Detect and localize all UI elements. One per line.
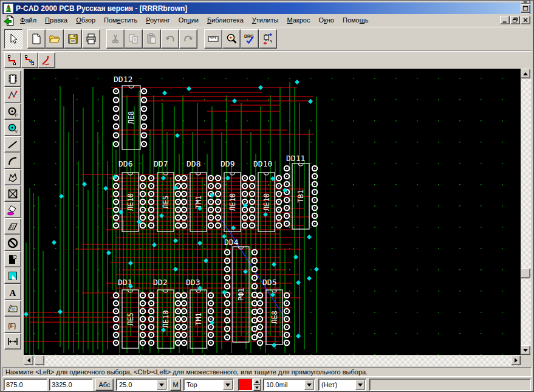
- place-component-button[interactable]: [4, 70, 21, 87]
- pad-hole: [210, 185, 211, 187]
- menu-помощь[interactable]: Помощь: [338, 15, 373, 25]
- menu-правка[interactable]: Правка: [41, 15, 72, 25]
- measure-ruler-button[interactable]: [204, 29, 222, 49]
- route-interactive-button[interactable]: [21, 52, 38, 68]
- pad-hole: [217, 225, 219, 226]
- place-connection-button[interactable]: [4, 87, 21, 103]
- pad-hole: [217, 177, 219, 179]
- place-copper-pour-button[interactable]: [4, 202, 21, 218]
- pad-hole: [254, 252, 255, 253]
- menu-поместить[interactable]: Поместить: [100, 15, 142, 25]
- place-polygon-button[interactable]: [4, 169, 21, 185]
- y-coordinate-input[interactable]: [49, 379, 93, 391]
- metric-toggle-button[interactable]: M: [170, 379, 181, 391]
- close-button[interactable]: [521, 16, 530, 24]
- minimize-button[interactable]: [500, 16, 510, 24]
- x-coordinate-input[interactable]: [4, 379, 47, 391]
- menu-роутинг[interactable]: Роутинг: [142, 15, 174, 25]
- pad-hole: [254, 328, 255, 329]
- ref-des-dd9[interactable]: DD9: [221, 159, 234, 168]
- route-miter-button[interactable]: [38, 52, 55, 68]
- ref-des-dd4[interactable]: DD4: [224, 238, 239, 247]
- place-pad-button[interactable]: P: [4, 103, 21, 120]
- line-width-combobox[interactable]: 10.0mil: [263, 379, 315, 391]
- dropdown-arrow-icon[interactable]: [355, 380, 365, 390]
- menu-файл[interactable]: Файл: [16, 15, 41, 25]
- ref-des-dd3[interactable]: DD3: [186, 278, 200, 287]
- ref-des-dd8[interactable]: DD8: [187, 159, 200, 168]
- horizontal-scroll-thumb[interactable]: [35, 356, 44, 365]
- spin-up-button[interactable]: [253, 379, 261, 385]
- title-bar[interactable]: P-CAD 2000 PCB Русская версия - [RRRRbro…: [2, 2, 532, 14]
- menu-окно[interactable]: Окно: [314, 15, 338, 25]
- pad-hole: [278, 193, 279, 194]
- ref-des-dd11[interactable]: DD11: [286, 154, 305, 163]
- ref-des-dd6[interactable]: DD6: [118, 159, 132, 168]
- pad-hole: [278, 201, 279, 202]
- maximize-button[interactable]: [521, 4, 530, 13]
- pad-hole: [252, 185, 253, 187]
- layer-color-swatch[interactable]: [238, 379, 253, 391]
- cut-icon: [109, 33, 122, 45]
- scroll-up-button[interactable]: [521, 69, 530, 78]
- place-dimension-button[interactable]: [4, 333, 21, 349]
- scroll-right-button[interactable]: [511, 356, 521, 365]
- pad-hole: [210, 318, 211, 320]
- eco-record-button[interactable]: [259, 29, 277, 49]
- menu-утилиты[interactable]: Утилиты: [248, 15, 283, 25]
- route-manual-button[interactable]: [4, 52, 21, 68]
- grid-spacing-combobox[interactable]: 25.0: [116, 379, 168, 391]
- place-arc-button[interactable]: [4, 153, 21, 169]
- pad-hole: [217, 201, 219, 202]
- ref-des-dd12[interactable]: DD12: [114, 75, 132, 84]
- ref-des-dd7[interactable]: DD7: [154, 159, 168, 168]
- net-combobox[interactable]: (Нет): [318, 379, 366, 391]
- layer-spinner[interactable]: [253, 379, 261, 391]
- menu-библиотека[interactable]: Библиотека: [203, 15, 248, 25]
- select-button[interactable]: [4, 29, 22, 49]
- pad-hole: [177, 225, 179, 226]
- place-polygon-cutout-button[interactable]: [4, 267, 21, 284]
- layer-combobox[interactable]: Top: [183, 379, 234, 391]
- undo-button[interactable]: [161, 29, 179, 49]
- place-attribute-button[interactable]: [4, 300, 21, 317]
- vertical-scrollbar[interactable]: [521, 69, 531, 355]
- dropdown-arrow-icon[interactable]: [157, 380, 166, 390]
- menu-опции[interactable]: Опции: [174, 15, 203, 25]
- menu-макрос[interactable]: Макрос: [282, 15, 314, 25]
- print-button[interactable]: [82, 29, 100, 49]
- vertical-scroll-thumb[interactable]: [521, 268, 530, 278]
- paste-button[interactable]: [143, 29, 161, 49]
- place-cutout-button[interactable]: [4, 218, 21, 235]
- restore-button[interactable]: [510, 16, 520, 24]
- ref-des-dd2[interactable]: DD2: [153, 278, 167, 287]
- pad-hole: [183, 225, 185, 226]
- ref-des-dd10[interactable]: DD10: [253, 159, 272, 168]
- place-line-button[interactable]: [4, 136, 21, 153]
- place-plane-button[interactable]: [4, 185, 21, 202]
- open-folder-button[interactable]: [46, 29, 64, 49]
- zoom-window-button[interactable]: [222, 29, 241, 49]
- document-icon[interactable]: [4, 15, 15, 25]
- redo-button[interactable]: [179, 29, 197, 49]
- place-field-button[interactable]: {F}: [4, 317, 21, 333]
- ref-des-dd5[interactable]: DD5: [262, 278, 276, 287]
- menu-обзор[interactable]: Обзор: [72, 15, 100, 25]
- place-via-button[interactable]: V: [4, 120, 21, 136]
- cut-button[interactable]: [106, 29, 125, 49]
- abs-rel-toggle-button[interactable]: Абс: [95, 379, 114, 391]
- new-document-button[interactable]: [27, 29, 46, 49]
- place-keepout-button[interactable]: [4, 235, 21, 251]
- spin-down-button[interactable]: [253, 385, 261, 391]
- place-text-button[interactable]: A: [4, 284, 21, 300]
- place-room-button[interactable]: [4, 251, 21, 267]
- copy-button[interactable]: [125, 29, 143, 49]
- scroll-left-button[interactable]: [24, 356, 33, 365]
- pcb-canvas[interactable]: DD12ЛЕ8DD6ЛЕ10DD7ЛЕ5DD8ТМ1DD9ЛЕ10DD10ЛЕ1…: [24, 69, 521, 355]
- save-floppy-button[interactable]: [64, 29, 82, 49]
- drc-check-button[interactable]: DRC: [241, 29, 259, 49]
- horizontal-scrollbar[interactable]: [24, 356, 521, 366]
- dropdown-arrow-icon[interactable]: [223, 380, 233, 390]
- scroll-down-button[interactable]: [521, 345, 530, 355]
- dropdown-arrow-icon[interactable]: [304, 380, 314, 390]
